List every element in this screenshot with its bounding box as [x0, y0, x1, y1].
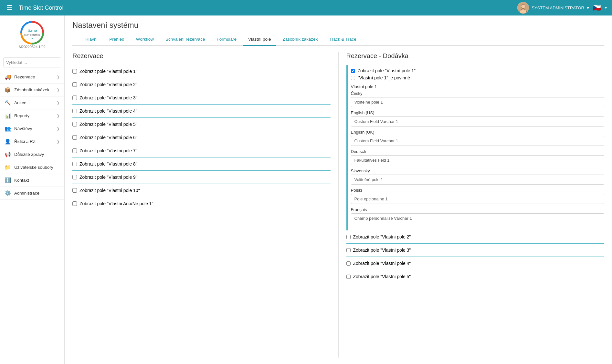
field-group-english_us: English (US) [351, 110, 605, 126]
field-input-3[interactable] [351, 155, 605, 165]
left-field-checkbox-4[interactable] [72, 109, 77, 113]
left-field-row-10: Zobrazit pole "Vlastni pole 10" [72, 184, 331, 197]
chevron-right-icon: ❯ [57, 101, 60, 105]
tab-workflow[interactable]: Workflow [131, 34, 159, 46]
field-input-4[interactable] [351, 175, 605, 185]
svg-point-3 [521, 5, 525, 8]
nav-icon: ⚙️ [5, 190, 11, 196]
content-area: Nastavení systému HlavníPřehledWorkflowS… [65, 15, 612, 364]
logo-area: ti:me SLOT CONTROL ⟳ M20220524.1/02 [0, 15, 64, 54]
flag-dropdown-icon[interactable]: ▾ [605, 5, 607, 10]
mandatory-field-1-checkbox[interactable] [351, 76, 355, 80]
search-box [3, 57, 61, 67]
tab-hlavní[interactable]: Hlavní [80, 34, 103, 46]
nav-icon: 📁 [5, 164, 11, 170]
nav-icon: 👤 [5, 138, 11, 145]
search-input[interactable] [4, 58, 61, 67]
avatar [517, 2, 529, 14]
left-field-checkbox-8[interactable] [72, 162, 77, 166]
left-section-title: Rezervace [72, 52, 331, 60]
left-field-checkbox-3[interactable] [72, 96, 77, 100]
sidebar-item[interactable]: 🚚 Rezervace ❯ [0, 71, 64, 84]
nav-item-label: Aukce [14, 100, 26, 105]
header-right: SYSTEM ADMINISTRATOR ▾ 🇨🇿 ▾ [517, 2, 607, 14]
show-field-1-row: Zobrazit pole "Vlastní pole 1" [351, 68, 605, 73]
field-input-5[interactable] [351, 194, 605, 204]
nav-icon: 👥 [5, 126, 11, 132]
nav-item-left: 👥 Návštěvy [5, 126, 32, 132]
chevron-right-icon: ❯ [57, 75, 60, 79]
field-lang-label: English (US) [351, 110, 605, 115]
left-field-checkbox-10[interactable] [72, 188, 77, 193]
show-field-1-checkbox[interactable] [351, 69, 355, 73]
right-field-checkbox-4[interactable] [346, 261, 351, 266]
chevron-right-icon: ❯ [57, 88, 60, 92]
left-field-checkbox-7[interactable] [72, 148, 77, 153]
field-group-english_uk: English (UK) [351, 130, 605, 146]
nav-item-label: Uživatelské soubory [14, 165, 53, 170]
sidebar-item[interactable]: ⚙️ Administrace [0, 187, 64, 200]
flag-icon[interactable]: 🇨🇿 [593, 4, 601, 12]
left-field-checkbox-11[interactable] [72, 201, 77, 206]
tab-vlastní-pole[interactable]: Vlastní pole [243, 34, 276, 46]
field-lang-label: Polski [351, 188, 605, 193]
left-field-row-4: Zobrazit pole "Vlastni pole 4" [72, 105, 331, 118]
tabs: HlavníPřehledWorkflowSchválení rezervace… [72, 34, 604, 46]
tab-zásobník-zakázek[interactable]: Zásobník zakázek [277, 34, 323, 46]
tab-schválení-rezervace[interactable]: Schválení rezervace [160, 34, 210, 46]
expanded-custom-field-1: Zobrazit pole "Vlastní pole 1" "Vlastní … [346, 65, 605, 230]
field-input-2[interactable] [351, 136, 605, 146]
sidebar-item[interactable]: 📢 Důležité zprávy [0, 148, 64, 161]
left-field-row-8: Zobrazit pole "Vlastni pole 8" [72, 157, 331, 171]
nav-item-label: Řidiči a RZ [14, 139, 36, 144]
left-field-label-5: Zobrazit pole "Vlastni pole 5" [79, 122, 137, 127]
field-input-1[interactable] [351, 116, 605, 126]
hamburger-button[interactable]: ☰ [5, 3, 14, 13]
left-field-checkbox-5[interactable] [72, 122, 77, 126]
nav-item-label: Důležité zprávy [14, 152, 44, 157]
nav-item-left: 📢 Důležité zprávy [5, 151, 44, 157]
field-section-title: Vlastni pole 1 [351, 84, 605, 89]
sidebar: ti:me SLOT CONTROL ⟳ M20220524.1/02 🚚 Re… [0, 15, 65, 364]
user-name: SYSTEM ADMINISTRATOR [532, 5, 584, 10]
app-version: M20220524.1/02 [19, 45, 46, 49]
field-lang-label: Français [351, 207, 605, 212]
sidebar-item[interactable]: 📊 Reporty ❯ [0, 109, 64, 122]
tab-přehled[interactable]: Přehled [104, 34, 130, 46]
chevron-right-icon: ❯ [57, 114, 60, 118]
left-field-label-4: Zobrazit pole "Vlastni pole 4" [79, 108, 137, 114]
header-left: ☰ Time Slot Control [5, 3, 63, 13]
right-field-checkbox-3[interactable] [346, 248, 351, 252]
left-field-checkbox-2[interactable] [72, 82, 77, 87]
user-info[interactable]: SYSTEM ADMINISTRATOR ▾ [517, 2, 589, 14]
right-field-checkbox-2[interactable] [346, 235, 351, 239]
sidebar-item[interactable]: 👤 Řidiči a RZ ❯ [0, 135, 64, 148]
sidebar-item[interactable]: 📦 Zásobník zakázek ❯ [0, 84, 64, 96]
field-section: Česky English (US) English (UK) Deutsch … [348, 91, 605, 223]
left-field-checkbox-1[interactable] [72, 69, 77, 74]
chevron-right-icon: ❯ [57, 139, 60, 144]
sidebar-item[interactable]: 📁 Uživatelské soubory [0, 161, 64, 174]
page-title: Nastavení systému [72, 21, 604, 30]
field-input-0[interactable] [351, 97, 605, 107]
nav-item-label: Reporty [14, 113, 29, 118]
top-header: ☰ Time Slot Control SYSTEM ADMINISTRATOR… [0, 0, 612, 15]
nav-item-left: 🔨 Aukce [5, 100, 26, 106]
nav-item-label: Rezervace [14, 75, 35, 79]
nav-item-left: 👤 Řidiči a RZ [5, 138, 36, 145]
tab-track-&-trace[interactable]: Track & Trace [324, 34, 362, 46]
sidebar-item[interactable]: 🔨 Aukce ❯ [0, 96, 64, 109]
tab-formuláře[interactable]: Formuláře [211, 34, 242, 46]
right-field-checkbox-5[interactable] [346, 275, 351, 279]
left-field-checkbox-9[interactable] [72, 175, 77, 179]
right-field-label-4: Zobrazit pole "Vlastni pole 4" [353, 261, 411, 266]
sidebar-item[interactable]: ℹ️ Kontakt [0, 174, 64, 187]
field-lang-label: Slovensky [351, 168, 605, 173]
left-field-checkbox-6[interactable] [72, 135, 77, 140]
field-input-6[interactable] [351, 213, 605, 223]
left-field-label-8: Zobrazit pole "Vlastni pole 8" [79, 161, 137, 167]
sidebar-item[interactable]: 👥 Návštěvy ❯ [0, 122, 64, 135]
left-field-row-11: Zobrazit pole "Vlastni Ano/Ne pole 1" [72, 197, 331, 210]
main-layout: ti:me SLOT CONTROL ⟳ M20220524.1/02 🚚 Re… [0, 15, 612, 364]
nav-item-label: Zásobník zakázek [14, 87, 49, 92]
